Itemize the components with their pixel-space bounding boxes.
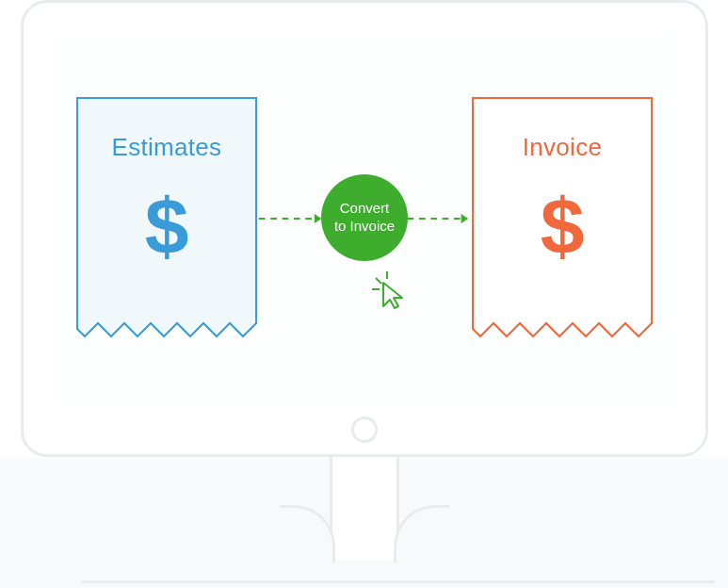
dollar-icon: $ xyxy=(76,187,257,266)
convert-to-invoice-button[interactable]: Convert to Invoice xyxy=(321,174,408,261)
dollar-icon: $ xyxy=(472,187,653,266)
monitor-stand xyxy=(330,457,399,561)
monitor-screen: Estimates $ Convert to xyxy=(56,35,673,403)
cursor-click-icon xyxy=(370,269,408,314)
monitor-frame: Estimates $ Convert to xyxy=(21,0,708,457)
svg-line-2 xyxy=(376,278,381,284)
conversion-diagram: Estimates $ Convert to xyxy=(56,35,673,403)
invoice-card: Invoice $ xyxy=(472,97,653,342)
arrow-area: Convert to Invoice xyxy=(257,97,472,342)
invoice-title: Invoice xyxy=(472,133,653,162)
monitor-power-button xyxy=(351,416,378,443)
estimate-card: Estimates $ xyxy=(76,97,257,342)
convert-label-line1: Convert xyxy=(340,200,390,218)
estimate-title: Estimates xyxy=(76,133,257,162)
desk-line xyxy=(81,580,715,583)
convert-label-line2: to Invoice xyxy=(334,218,395,236)
